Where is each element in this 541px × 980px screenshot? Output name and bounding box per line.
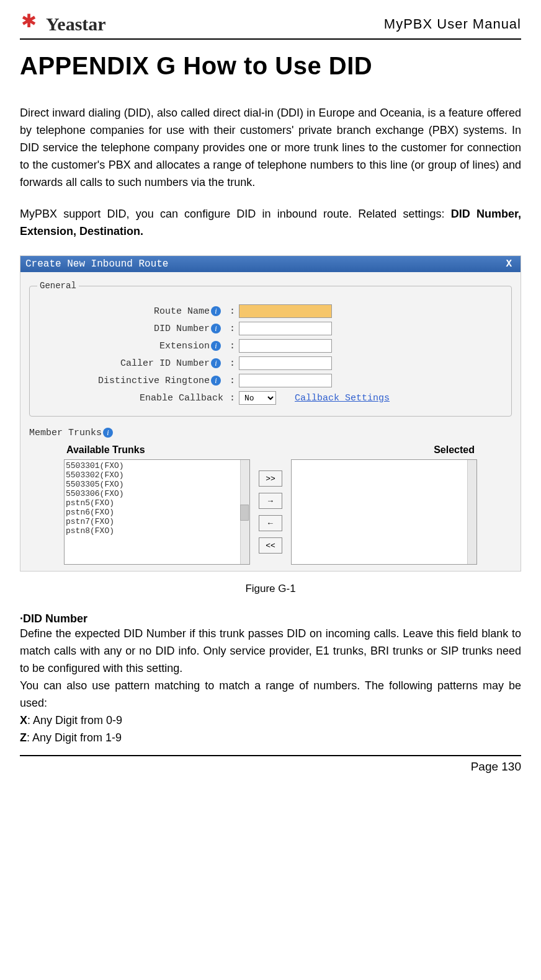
list-item[interactable]: 5503306(FXO) (66, 489, 248, 498)
callback-settings-link[interactable]: Callback Settings (295, 393, 390, 404)
pattern-x-key: X (20, 714, 27, 726)
list-item[interactable]: 5503305(FXO) (66, 480, 248, 489)
general-fieldset: General Route Namei : DID Numberi : Exte… (29, 281, 512, 417)
list-item[interactable]: pstn5(FXO) (66, 498, 248, 508)
dialog-titlebar: Create New Inbound Route X (20, 256, 521, 272)
inbound-route-dialog: Create New Inbound Route X General Route… (20, 255, 521, 572)
pattern-z: Z: Any Digit from 1-9 (20, 730, 521, 747)
intro-paragraph: Direct inward dialing (DID), also called… (20, 105, 521, 191)
did-description-1: Define the expected DID Number if this t… (20, 625, 521, 678)
did-description-2: You can also use pattern matching to mat… (20, 678, 521, 712)
support-paragraph: MyPBX support DID, you can configure DID… (20, 206, 521, 241)
doc-title: MyPBX User Manual (384, 16, 521, 32)
info-icon[interactable]: i (211, 306, 221, 316)
did-number-label: DID Number (154, 324, 210, 334)
member-trunks-label: Member Trunks (29, 428, 102, 438)
page-number: Page 130 (20, 760, 521, 774)
list-item[interactable]: 5503301(FXO) (66, 461, 248, 470)
selected-trunks-list[interactable] (291, 459, 477, 565)
move-all-left-button[interactable]: << (259, 537, 282, 554)
available-trunks-header: Available Trunks (66, 444, 145, 456)
move-all-right-button[interactable]: >> (259, 470, 282, 487)
info-icon[interactable]: i (211, 341, 221, 351)
pattern-x-desc: : Any Digit from 0-9 (27, 714, 122, 726)
list-item[interactable]: pstn7(FXO) (66, 517, 248, 526)
list-item[interactable]: pstn6(FXO) (66, 508, 248, 517)
enable-callback-label: Enable Callback (140, 393, 223, 404)
extension-label: Extension (159, 341, 210, 351)
dialog-title: Create New Inbound Route (25, 258, 168, 270)
info-icon[interactable]: i (103, 428, 113, 438)
route-name-label: Route Name (154, 306, 210, 317)
brand-logo: Yeastar (20, 12, 106, 36)
page-title: APPENDIX G How to Use DID (20, 52, 521, 80)
scrollbar-thumb[interactable] (240, 505, 249, 521)
pattern-x: X: Any Digit from 0-9 (20, 712, 521, 730)
scrollbar[interactable] (240, 460, 249, 564)
extension-input[interactable] (239, 339, 332, 353)
general-legend: General (37, 281, 79, 291)
ringtone-label: Distinctive Ringtone (98, 376, 210, 386)
pattern-z-key: Z (20, 731, 27, 744)
selected-trunks-header: Selected (434, 444, 475, 456)
scrollbar[interactable] (467, 460, 476, 564)
caller-id-input[interactable] (239, 356, 332, 370)
info-icon[interactable]: i (211, 376, 221, 386)
ringtone-input[interactable] (239, 374, 332, 387)
support-text: MyPBX support DID, you can configure DID… (20, 208, 451, 220)
brand-name: Yeastar (46, 14, 106, 35)
header-divider (20, 38, 521, 40)
route-name-input[interactable] (239, 304, 332, 318)
info-icon[interactable]: i (211, 358, 221, 368)
available-trunks-list[interactable]: 5503301(FXO) 5503302(FXO) 5503305(FXO) 5… (64, 459, 250, 565)
list-item[interactable]: pstn8(FXO) (66, 526, 248, 536)
list-item[interactable]: 5503302(FXO) (66, 470, 248, 480)
did-number-input[interactable] (239, 322, 332, 335)
enable-callback-select[interactable]: No (239, 391, 276, 405)
figure-caption: Figure G-1 (20, 583, 521, 595)
did-number-heading: ·DID Number (20, 612, 521, 625)
move-right-button[interactable]: → (259, 493, 282, 509)
info-icon[interactable]: i (211, 324, 221, 333)
pattern-z-desc: : Any Digit from 1-9 (27, 731, 122, 744)
logo-icon (20, 12, 43, 36)
move-left-button[interactable]: ← (259, 515, 282, 531)
footer-divider (20, 755, 521, 756)
caller-id-label: Caller ID Number (120, 358, 210, 369)
close-icon[interactable]: X (502, 258, 516, 270)
